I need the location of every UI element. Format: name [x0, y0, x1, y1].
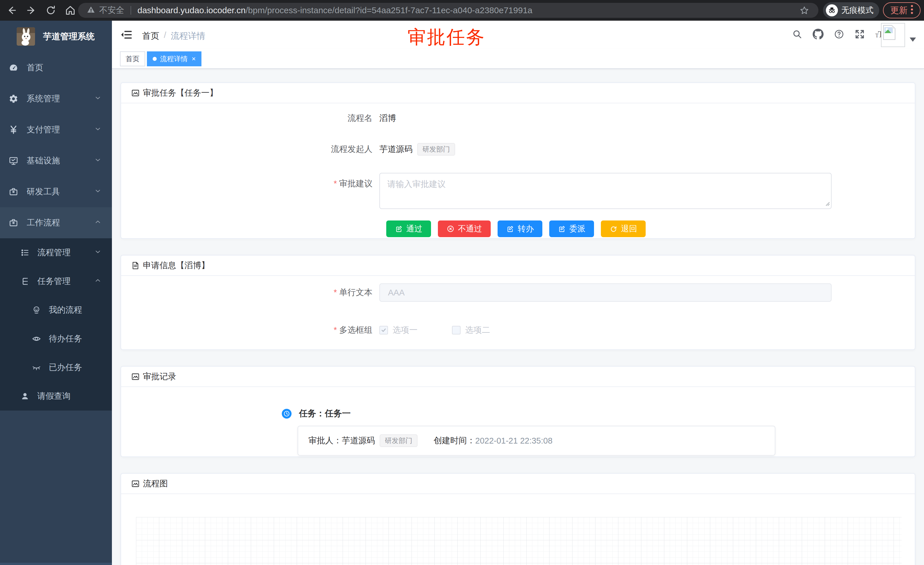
svg-text:T: T — [876, 33, 879, 39]
button-label: 转办 — [518, 223, 534, 234]
app-logo — [16, 27, 35, 46]
address-bar[interactable]: 不安全 dashboard.yudao.iocoder.cn/bpm/proce… — [78, 3, 818, 18]
sidebar-item-done-tasks[interactable]: 已办任务 — [0, 353, 112, 382]
sidebar-item-devtools[interactable]: 研发工具 — [0, 176, 112, 207]
github-icon[interactable] — [813, 29, 824, 41]
chevron-down-icon — [94, 248, 102, 257]
sidebar-item-label: 首页 — [27, 62, 44, 74]
browser-toolbar: 不安全 dashboard.yudao.iocoder.cn/bpm/proce… — [0, 0, 924, 21]
sidebar-item-leave-query[interactable]: 请假查询 — [0, 382, 112, 410]
briefcase-icon — [9, 187, 18, 197]
page-content: 审批任务【任务一】 流程名 滔博 流程发起人 芋道源码 研发部门 审批建议 — [112, 69, 924, 565]
forward-icon[interactable] — [26, 5, 37, 16]
not-secure-icon — [87, 6, 95, 15]
return-button[interactable]: 退回 — [601, 221, 646, 237]
delegate-button[interactable]: 委派 — [549, 221, 594, 237]
update-button[interactable]: 更新 — [883, 2, 921, 18]
update-label: 更新 — [890, 5, 908, 17]
checkbox-label: 选项二 — [465, 325, 490, 336]
request-card-header: 申请信息【滔博】 — [121, 255, 915, 276]
task-title: 任务：任务一 — [299, 408, 351, 419]
transfer-button[interactable]: 转办 — [498, 221, 542, 237]
sidebar-item-label: 研发工具 — [27, 186, 60, 197]
list-icon — [20, 248, 30, 257]
sidebar-item-label: 请假查询 — [37, 391, 70, 402]
sidebar-item-infra[interactable]: 基础设施 — [0, 145, 112, 176]
yen-icon — [9, 125, 18, 135]
textarea-resize-grip[interactable] — [825, 201, 830, 207]
user-fill-icon — [20, 392, 30, 401]
sidebar-fold-icon[interactable] — [120, 30, 133, 41]
sidebar-item-label: 待办任务 — [49, 333, 82, 344]
picture-icon — [131, 479, 140, 488]
briefcase-icon — [9, 218, 18, 228]
tab-close-icon[interactable]: × — [192, 56, 196, 62]
sidebar-item-todo-tasks[interactable]: 待办任务 — [0, 325, 112, 353]
tab-process-detail[interactable]: 流程详情 × — [147, 51, 201, 66]
checkbox-option-2[interactable]: 选项二 — [452, 325, 490, 336]
active-tab-dot — [153, 57, 157, 61]
approval-card-header: 审批任务【任务一】 — [121, 83, 915, 103]
button-label: 通过 — [406, 223, 422, 234]
request-card-title: 申请信息【滔博】 — [143, 260, 210, 271]
bpmn-canvas[interactable] — [136, 517, 902, 565]
initiator-value: 芋道源码 — [380, 144, 412, 155]
chevron-down-icon — [94, 187, 102, 197]
tab-home[interactable]: 首页 — [120, 51, 145, 66]
created-value: 2022-01-21 22:35:08 — [475, 436, 552, 446]
record-card-header: 审批记录 — [121, 367, 915, 387]
app-logo-row[interactable]: 芋道管理系统 — [0, 21, 112, 52]
process-name-value: 滔博 — [380, 113, 396, 124]
button-label: 退回 — [621, 223, 637, 234]
page-header: 首页 / 流程详情 审批任务 TT — [112, 21, 924, 49]
edit-icon — [395, 225, 403, 233]
tab-label: 首页 — [126, 54, 140, 63]
avatar[interactable] — [881, 23, 905, 47]
fullscreen-icon[interactable] — [855, 29, 865, 41]
avatar-caret-icon[interactable] — [910, 37, 916, 43]
bookmark-star-icon[interactable] — [800, 6, 809, 17]
sidebar-item-task-mgmt[interactable]: 任务管理 — [0, 267, 112, 296]
circle-close-icon — [447, 225, 454, 233]
button-label: 不通过 — [458, 223, 482, 234]
user-smile-icon — [32, 305, 41, 315]
checkbox-checked-icon — [380, 326, 388, 335]
breadcrumb-current: 流程详情 — [171, 30, 205, 42]
help-icon[interactable] — [834, 29, 844, 41]
sidebar-item-pay[interactable]: 支付管理 — [0, 114, 112, 145]
reject-button[interactable]: 不通过 — [438, 221, 491, 237]
document-icon — [131, 261, 140, 270]
address-divider — [130, 6, 131, 15]
sidebar-item-label: 流程管理 — [37, 247, 70, 258]
single-line-text-input[interactable] — [380, 283, 832, 302]
clock-icon — [282, 409, 291, 419]
workflow-submenu: 流程管理 任务管理 我的流程 待办任务 已办任务 请假查询 — [0, 238, 112, 410]
chevron-down-icon — [94, 156, 102, 166]
reload-icon[interactable] — [45, 5, 56, 16]
approve-button[interactable]: 通过 — [386, 221, 431, 237]
sidebar-item-my-process[interactable]: 我的流程 — [0, 296, 112, 325]
search-icon[interactable] — [792, 29, 802, 41]
incognito-badge: 无痕模式 — [823, 2, 879, 18]
sidebar: 芋道管理系统 首页 系统管理 支付管理 基础设施 研发工具 工作流程 流程管理 — [0, 21, 112, 565]
breadcrumb-home[interactable]: 首页 — [142, 30, 159, 42]
approval-card-title: 审批任务【任务一】 — [143, 87, 218, 99]
checkbox-option-1[interactable]: 选项一 — [380, 325, 417, 336]
chevron-up-icon — [94, 277, 102, 286]
back-icon[interactable] — [6, 5, 17, 16]
checkbox-label: 选项一 — [393, 325, 417, 336]
breadcrumb-separator: / — [164, 30, 166, 42]
sidebar-item-label: 任务管理 — [37, 276, 70, 287]
sidebar-item-process-mgmt[interactable]: 流程管理 — [0, 238, 112, 267]
approval-record-card: 审批记录 任务：任务一 审批人： 芋道源码 研发部门 创建时间： 2022-01… — [120, 366, 915, 457]
picture-icon — [131, 89, 140, 98]
sidebar-item-system[interactable]: 系统管理 — [0, 83, 112, 114]
browser-menu-dots-icon[interactable] — [910, 4, 914, 17]
suggestion-textarea[interactable] — [380, 173, 832, 209]
sidebar-item-workflow[interactable]: 工作流程 — [0, 207, 112, 238]
diagram-card-header: 流程图 — [121, 474, 915, 494]
home-icon[interactable] — [65, 5, 76, 16]
sidebar-item-home[interactable]: 首页 — [0, 52, 112, 83]
checkbox-unchecked-icon — [452, 326, 460, 335]
breadcrumb: 首页 / 流程详情 — [142, 30, 205, 42]
